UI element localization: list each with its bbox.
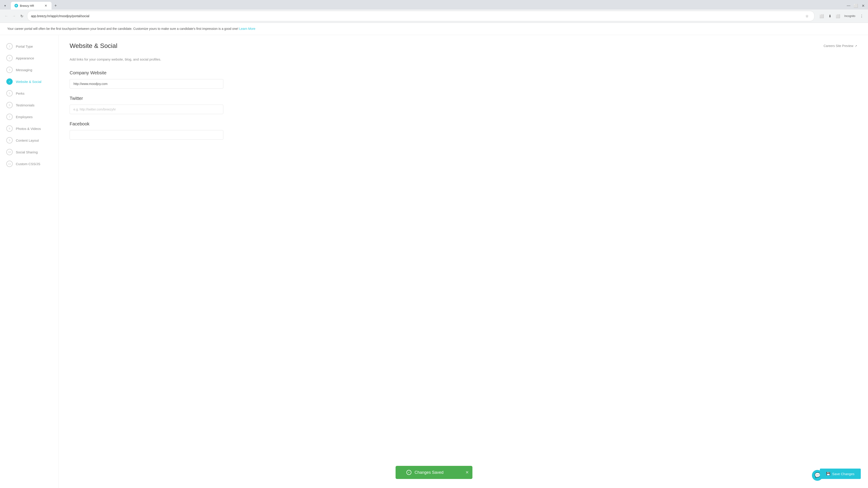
tab-label: Breezy HR [20,4,42,7]
sidebar-item-icon-social-sharing: 10 [6,149,13,155]
menu-button[interactable]: ⋮ [858,12,865,20]
minimize-button[interactable]: — [845,2,852,9]
extensions-button[interactable]: ⬜ [818,12,825,20]
sidebar-item-label-photos-videos: Photos & Videos [16,127,41,131]
section-title-company-website: Company Website [70,70,857,75]
input-company-website[interactable] [70,79,223,89]
sidebar-item-custom-css-js[interactable]: 11Custom CSS/JS [0,158,59,170]
sidebar-item-appearance[interactable]: 2Appearance [0,52,59,64]
sidebar-item-icon-custom-css-js: 11 [6,161,13,167]
sidebar-item-portal-type[interactable]: 1Portal Type [0,40,59,52]
sidebar-item-perks[interactable]: 5Perks [0,88,59,99]
url-text: app.breezy.hr/app/c/moodjoy/portal/socia… [31,14,802,18]
sidebar-item-icon-employees: 7 [6,113,13,120]
maximize-button[interactable]: ⬜ [852,2,859,9]
toast-close-button[interactable]: ✕ [465,470,469,475]
sidebar-item-icon-perks: 5 [6,90,13,96]
back-button[interactable]: ← [3,12,10,20]
sidebar-item-icon-testimonials: 6 [6,102,13,108]
sidebar-item-icon-website-social: ✓ [6,78,13,85]
sidebar-item-website-social[interactable]: ✓Website & Social [0,76,59,88]
profile-button[interactable]: ▾ [2,2,8,9]
sidebar-item-label-perks: Perks [16,92,24,95]
layout-button[interactable]: ⬜ [834,12,842,20]
content-header: Website & Social Careers Site Preview ↗ [70,42,857,50]
learn-more-link[interactable]: Learn More [239,27,255,31]
addr-actions: ⬜ ⬇ ⬜ Incognito ⋮ [818,12,865,20]
sidebar-item-label-employees: Employees [16,115,33,119]
changes-saved-toast: ✓ Changes Saved ✕ [396,466,472,479]
top-banner: Your career portal will often be the fir… [0,23,868,35]
save-changes-button[interactable]: 💾 Save Changes [820,468,861,479]
section-title-facebook: Facebook [70,121,857,127]
url-bar[interactable]: app.breezy.hr/app/c/moodjoy/portal/socia… [27,11,814,21]
external-link-icon: ↗ [855,44,857,48]
content-area: Website & Social Careers Site Preview ↗ … [59,35,868,488]
close-window-button[interactable]: ✕ [860,2,866,9]
sidebar-item-label-website-social: Website & Social [16,80,41,84]
careers-site-preview-link[interactable]: Careers Site Preview ↗ [824,44,857,48]
tab-nav-buttons: ▾ [2,2,8,9]
incognito-label[interactable]: Incognito [842,12,857,20]
address-bar: ← → ↻ app.breezy.hr/app/c/moodjoy/portal… [0,9,868,23]
section-title-twitter: Twitter [70,96,857,101]
active-tab[interactable]: B Breezy HR ✕ [11,2,52,9]
new-tab-button[interactable]: + [53,2,59,9]
forward-button[interactable]: → [10,12,18,20]
tab-bar: ▾ B Breezy HR ✕ + — ⬜ ✕ [0,0,868,9]
sidebar-item-label-social-sharing: Social Sharing [16,150,38,154]
sidebar-item-testimonials[interactable]: 6Testimonials [0,99,59,111]
sidebar-item-icon-portal-type: 1 [6,43,13,50]
addr-nav: ← → ↻ [3,12,25,20]
sidebar-item-label-appearance: Appearance [16,56,34,60]
sections-container: Company WebsiteTwitterFacebook [70,70,857,147]
sidebar-item-icon-messaging: 3 [6,67,13,73]
sidebar-item-messaging[interactable]: 3Messaging [0,64,59,76]
sidebar-item-icon-content-layout: 9 [6,137,13,143]
main-area: 1Portal Type2Appearance3Messaging✓Websit… [0,35,868,488]
preview-link-label: Careers Site Preview [824,44,854,48]
save-label: Save Changes [832,472,855,476]
sidebar-item-social-sharing[interactable]: 10Social Sharing [0,146,59,158]
chat-icon: 💬 [814,473,820,478]
description: Add links for your company website, blog… [70,57,857,62]
sidebar-item-icon-photos-videos: 8 [6,125,13,132]
tab-favicon: B [14,4,18,7]
sidebar-item-label-portal-type: Portal Type [16,44,33,48]
save-icon: 💾 [826,472,831,476]
input-twitter[interactable] [70,105,223,114]
sidebar-item-label-content-layout: Content Layout [16,138,39,142]
tab-close-button[interactable]: ✕ [44,4,48,8]
sidebar-item-photos-videos[interactable]: 8Photos & Videos [0,123,59,134]
sidebar-item-employees[interactable]: 7Employees [0,111,59,123]
window-controls: — ⬜ ✕ [845,2,866,9]
page-title: Website & Social [70,42,117,50]
bookmark-button[interactable]: ☆ [803,12,811,20]
sidebar-item-content-layout[interactable]: 9Content Layout [0,134,59,146]
sidebar-item-icon-appearance: 2 [6,55,13,61]
download-button[interactable]: ⬇ [826,12,833,20]
sidebar: 1Portal Type2Appearance3Messaging✓Websit… [0,35,59,488]
banner-text: Your career portal will often be the fir… [7,27,238,31]
sidebar-item-label-testimonials: Testimonials [16,103,35,107]
input-facebook[interactable] [70,130,223,140]
reload-button[interactable]: ↻ [18,12,25,20]
sidebar-item-label-messaging: Messaging [16,68,32,72]
toast-label: Changes Saved [414,470,443,475]
checkmark-icon: ✓ [406,470,411,475]
browser-chrome: ▾ B Breezy HR ✕ + — ⬜ ✕ ← → ↻ app.breezy… [0,0,868,23]
page-content: Your career portal will often be the fir… [0,23,868,488]
sidebar-item-label-custom-css-js: Custom CSS/JS [16,162,40,166]
